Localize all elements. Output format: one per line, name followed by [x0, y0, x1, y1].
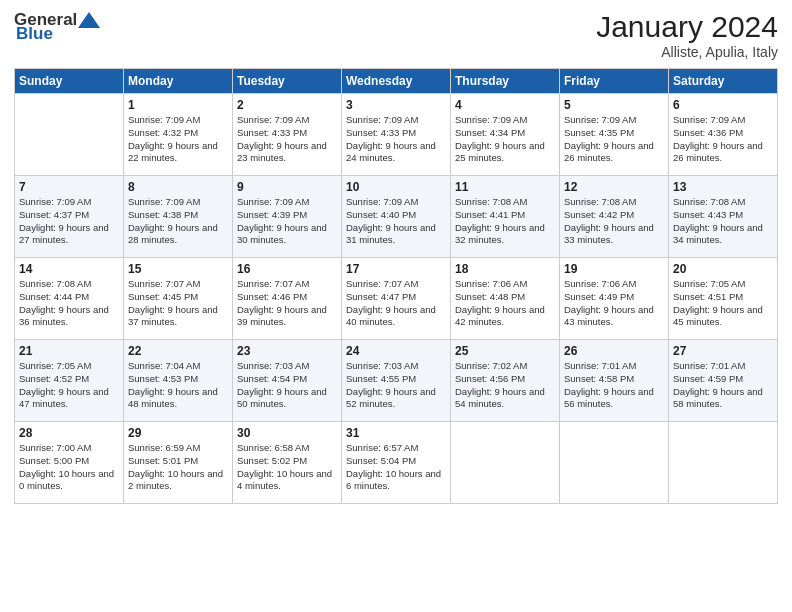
calendar-cell: 3Sunrise: 7:09 AMSunset: 4:33 PMDaylight… — [342, 94, 451, 176]
cell-info: Sunrise: 7:03 AMSunset: 4:55 PMDaylight:… — [346, 360, 446, 411]
cell-date: 7 — [19, 180, 119, 194]
day-header-thursday: Thursday — [451, 69, 560, 94]
cell-info: Sunrise: 7:09 AMSunset: 4:38 PMDaylight:… — [128, 196, 228, 247]
calendar-cell: 30Sunrise: 6:58 AMSunset: 5:02 PMDayligh… — [233, 422, 342, 504]
cell-info: Sunrise: 7:08 AMSunset: 4:44 PMDaylight:… — [19, 278, 119, 329]
cell-info: Sunrise: 7:09 AMSunset: 4:36 PMDaylight:… — [673, 114, 773, 165]
cell-info: Sunrise: 7:07 AMSunset: 4:45 PMDaylight:… — [128, 278, 228, 329]
cell-date: 9 — [237, 180, 337, 194]
calendar-cell: 21Sunrise: 7:05 AMSunset: 4:52 PMDayligh… — [15, 340, 124, 422]
header: General Blue January 2024 Alliste, Apuli… — [14, 10, 778, 60]
cell-date: 17 — [346, 262, 446, 276]
calendar-cell: 23Sunrise: 7:03 AMSunset: 4:54 PMDayligh… — [233, 340, 342, 422]
cell-info: Sunrise: 7:08 AMSunset: 4:41 PMDaylight:… — [455, 196, 555, 247]
cell-info: Sunrise: 7:00 AMSunset: 5:00 PMDaylight:… — [19, 442, 119, 493]
cell-info: Sunrise: 7:09 AMSunset: 4:32 PMDaylight:… — [128, 114, 228, 165]
cell-date: 19 — [564, 262, 664, 276]
cell-date: 27 — [673, 344, 773, 358]
calendar-cell: 13Sunrise: 7:08 AMSunset: 4:43 PMDayligh… — [669, 176, 778, 258]
location-subtitle: Alliste, Apulia, Italy — [596, 44, 778, 60]
calendar-cell: 15Sunrise: 7:07 AMSunset: 4:45 PMDayligh… — [124, 258, 233, 340]
calendar-cell: 8Sunrise: 7:09 AMSunset: 4:38 PMDaylight… — [124, 176, 233, 258]
cell-info: Sunrise: 6:57 AMSunset: 5:04 PMDaylight:… — [346, 442, 446, 493]
week-row-5: 28Sunrise: 7:00 AMSunset: 5:00 PMDayligh… — [15, 422, 778, 504]
cell-date: 30 — [237, 426, 337, 440]
day-header-saturday: Saturday — [669, 69, 778, 94]
cell-date: 4 — [455, 98, 555, 112]
calendar-cell: 11Sunrise: 7:08 AMSunset: 4:41 PMDayligh… — [451, 176, 560, 258]
cell-info: Sunrise: 7:07 AMSunset: 4:47 PMDaylight:… — [346, 278, 446, 329]
logo: General Blue — [14, 10, 101, 44]
calendar-cell: 19Sunrise: 7:06 AMSunset: 4:49 PMDayligh… — [560, 258, 669, 340]
cell-date: 20 — [673, 262, 773, 276]
cell-info: Sunrise: 7:09 AMSunset: 4:35 PMDaylight:… — [564, 114, 664, 165]
cell-date: 6 — [673, 98, 773, 112]
calendar-cell: 4Sunrise: 7:09 AMSunset: 4:34 PMDaylight… — [451, 94, 560, 176]
page: General Blue January 2024 Alliste, Apuli… — [0, 0, 792, 612]
day-header-wednesday: Wednesday — [342, 69, 451, 94]
calendar-cell — [15, 94, 124, 176]
cell-date: 25 — [455, 344, 555, 358]
calendar-cell: 17Sunrise: 7:07 AMSunset: 4:47 PMDayligh… — [342, 258, 451, 340]
cell-date: 2 — [237, 98, 337, 112]
calendar-cell: 24Sunrise: 7:03 AMSunset: 4:55 PMDayligh… — [342, 340, 451, 422]
week-row-3: 14Sunrise: 7:08 AMSunset: 4:44 PMDayligh… — [15, 258, 778, 340]
cell-date: 5 — [564, 98, 664, 112]
day-header-sunday: Sunday — [15, 69, 124, 94]
cell-info: Sunrise: 7:09 AMSunset: 4:39 PMDaylight:… — [237, 196, 337, 247]
cell-date: 11 — [455, 180, 555, 194]
cell-info: Sunrise: 7:07 AMSunset: 4:46 PMDaylight:… — [237, 278, 337, 329]
cell-date: 8 — [128, 180, 228, 194]
cell-info: Sunrise: 7:03 AMSunset: 4:54 PMDaylight:… — [237, 360, 337, 411]
calendar-cell — [669, 422, 778, 504]
calendar-cell: 16Sunrise: 7:07 AMSunset: 4:46 PMDayligh… — [233, 258, 342, 340]
calendar-cell — [560, 422, 669, 504]
calendar-cell: 20Sunrise: 7:05 AMSunset: 4:51 PMDayligh… — [669, 258, 778, 340]
cell-date: 31 — [346, 426, 446, 440]
week-row-1: 1Sunrise: 7:09 AMSunset: 4:32 PMDaylight… — [15, 94, 778, 176]
cell-date: 14 — [19, 262, 119, 276]
cell-date: 15 — [128, 262, 228, 276]
week-row-2: 7Sunrise: 7:09 AMSunset: 4:37 PMDaylight… — [15, 176, 778, 258]
cell-info: Sunrise: 7:08 AMSunset: 4:42 PMDaylight:… — [564, 196, 664, 247]
calendar-cell: 25Sunrise: 7:02 AMSunset: 4:56 PMDayligh… — [451, 340, 560, 422]
logo-icon — [78, 10, 100, 30]
cell-date: 1 — [128, 98, 228, 112]
cell-date: 22 — [128, 344, 228, 358]
cell-info: Sunrise: 7:09 AMSunset: 4:40 PMDaylight:… — [346, 196, 446, 247]
calendar-cell — [451, 422, 560, 504]
cell-date: 29 — [128, 426, 228, 440]
cell-date: 16 — [237, 262, 337, 276]
calendar-cell: 9Sunrise: 7:09 AMSunset: 4:39 PMDaylight… — [233, 176, 342, 258]
cell-info: Sunrise: 7:05 AMSunset: 4:52 PMDaylight:… — [19, 360, 119, 411]
calendar-cell: 28Sunrise: 7:00 AMSunset: 5:00 PMDayligh… — [15, 422, 124, 504]
header-row: SundayMondayTuesdayWednesdayThursdayFrid… — [15, 69, 778, 94]
cell-date: 10 — [346, 180, 446, 194]
cell-info: Sunrise: 7:01 AMSunset: 4:58 PMDaylight:… — [564, 360, 664, 411]
cell-date: 23 — [237, 344, 337, 358]
cell-info: Sunrise: 7:01 AMSunset: 4:59 PMDaylight:… — [673, 360, 773, 411]
calendar-cell: 14Sunrise: 7:08 AMSunset: 4:44 PMDayligh… — [15, 258, 124, 340]
cell-info: Sunrise: 6:58 AMSunset: 5:02 PMDaylight:… — [237, 442, 337, 493]
title-area: January 2024 Alliste, Apulia, Italy — [596, 10, 778, 60]
calendar-cell: 29Sunrise: 6:59 AMSunset: 5:01 PMDayligh… — [124, 422, 233, 504]
cell-info: Sunrise: 7:09 AMSunset: 4:33 PMDaylight:… — [237, 114, 337, 165]
calendar-cell: 22Sunrise: 7:04 AMSunset: 4:53 PMDayligh… — [124, 340, 233, 422]
cell-date: 13 — [673, 180, 773, 194]
cell-date: 21 — [19, 344, 119, 358]
logo-blue: Blue — [16, 24, 53, 44]
calendar-cell: 6Sunrise: 7:09 AMSunset: 4:36 PMDaylight… — [669, 94, 778, 176]
cell-info: Sunrise: 7:05 AMSunset: 4:51 PMDaylight:… — [673, 278, 773, 329]
calendar-cell: 5Sunrise: 7:09 AMSunset: 4:35 PMDaylight… — [560, 94, 669, 176]
calendar-table: SundayMondayTuesdayWednesdayThursdayFrid… — [14, 68, 778, 504]
day-header-friday: Friday — [560, 69, 669, 94]
calendar-cell: 2Sunrise: 7:09 AMSunset: 4:33 PMDaylight… — [233, 94, 342, 176]
cell-date: 24 — [346, 344, 446, 358]
cell-date: 18 — [455, 262, 555, 276]
cell-info: Sunrise: 7:06 AMSunset: 4:48 PMDaylight:… — [455, 278, 555, 329]
cell-date: 3 — [346, 98, 446, 112]
cell-info: Sunrise: 7:09 AMSunset: 4:37 PMDaylight:… — [19, 196, 119, 247]
month-title: January 2024 — [596, 10, 778, 44]
week-row-4: 21Sunrise: 7:05 AMSunset: 4:52 PMDayligh… — [15, 340, 778, 422]
cell-date: 12 — [564, 180, 664, 194]
